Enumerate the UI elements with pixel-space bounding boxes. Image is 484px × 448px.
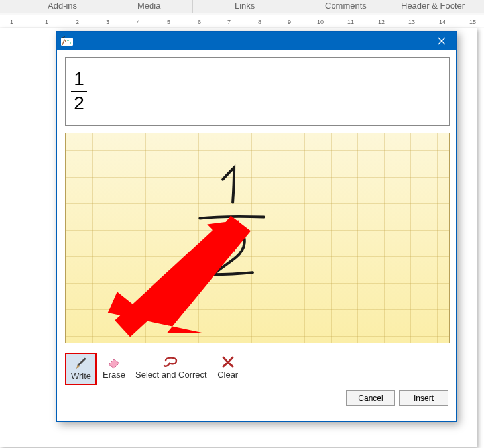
close-button[interactable] [427,32,456,50]
equation-preview: 1 2 [65,57,450,126]
ruler-mark: 10 [317,19,324,25]
dialog-buttons: Cancel Insert [65,390,448,406]
fraction: 1 2 [71,69,87,114]
ruler-mark: 7 [227,19,231,25]
ink-equation-dialog: 1 2 [56,31,457,422]
ribbon-separator [385,0,385,13]
ruler-mark: 15 [469,19,476,25]
tool-clear[interactable]: Clear [212,353,244,382]
ink-strokes [66,133,449,343]
dialog-titlebar[interactable] [57,32,456,50]
ribbon-separator [192,0,193,13]
ruler-mark: 3 [106,19,109,25]
eraser-icon [105,354,123,370]
ruler-mark: 14 [439,19,446,25]
ribbon-separator [292,0,292,13]
cancel-button[interactable]: Cancel [346,390,395,406]
fraction-numerator: 1 [74,69,84,89]
ribbon-tab-links[interactable]: Links [235,1,255,11]
pen-icon [72,355,90,371]
tool-select-correct[interactable]: Select and Correct [131,353,211,382]
ruler: 1 1 2 3 4 5 6 7 8 9 10 11 12 13 14 15 [0,13,484,28]
ruler-mark: 1 [10,19,13,25]
ruler-mark: 2 [76,19,79,25]
ruler-mark: 1 [45,19,48,25]
clear-x-icon [219,354,237,370]
ruler-mark: 9 [288,19,291,25]
ribbon-tab-comments[interactable]: Comments [325,1,367,11]
ribbon-separator [109,0,109,13]
ruler-mark: 13 [408,19,415,25]
tool-erase[interactable]: Erase [98,353,130,382]
fraction-line [71,91,87,92]
tool-write-label: Write [71,371,91,381]
ruler-mark: 4 [137,19,140,25]
ribbon-tab-media[interactable]: Media [137,1,160,11]
close-icon [438,37,446,45]
ribbon-tab-headerfooter[interactable]: Header & Footer [401,1,465,11]
tool-select-correct-label: Select and Correct [135,370,207,380]
lasso-icon [162,354,180,370]
ruler-scale: 1 1 2 3 4 5 6 7 8 9 10 11 12 13 14 15 [0,15,484,27]
ribbon-tab-addins[interactable]: Add-ins [48,1,77,11]
ink-equation-icon [61,36,73,46]
ruler-mark: 6 [198,19,201,25]
ruler-mark: 5 [167,19,170,25]
ink-tools: Write Erase Select and Correct [65,353,448,385]
ink-input-area[interactable] [65,133,450,343]
fraction-denominator: 2 [74,93,84,114]
ruler-mark: 8 [258,19,261,25]
insert-button[interactable]: Insert [399,390,448,406]
ribbon-tabs: Add-ins Media Links Comments Header & Fo… [0,0,484,13]
tool-erase-label: Erase [103,370,125,380]
ruler-mark: 11 [347,19,354,25]
ruler-mark: 12 [378,19,385,25]
tool-write[interactable]: Write [65,353,97,385]
dialog-body: 1 2 [57,50,456,411]
tool-clear-label: Clear [217,370,238,380]
